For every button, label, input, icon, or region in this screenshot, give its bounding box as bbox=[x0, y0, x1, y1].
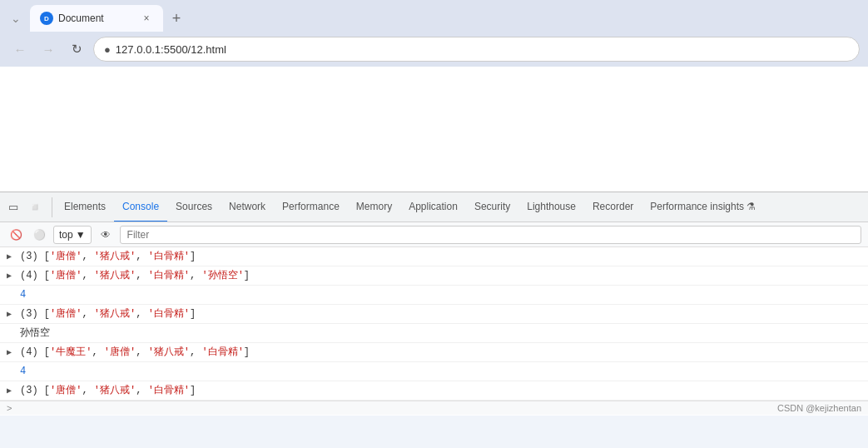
forward-button[interactable]: → bbox=[37, 37, 60, 61]
tab-performance[interactable]: Performance bbox=[274, 192, 348, 222]
back-button[interactable]: ← bbox=[8, 37, 32, 61]
devtools-tab-bar: ▭ ◽ Elements Console Sources Network Per… bbox=[0, 192, 868, 222]
tab-memory[interactable]: Memory bbox=[348, 192, 400, 222]
console-entry: (3) ['唐僧', '猪八戒', '白骨精'] bbox=[20, 383, 196, 398]
console-settings-button[interactable]: ⚪ bbox=[30, 226, 48, 244]
devtools-icon-group: ▭ ◽ bbox=[3, 197, 52, 217]
console-entry: (3) ['唐僧', '猪八戒', '白骨精'] bbox=[20, 306, 196, 321]
console-line: ▶ (3) ['唐僧', '猪八戒', '白骨精'] bbox=[0, 305, 868, 324]
console-entry: (4) ['唐僧', '猪八戒', '白骨精', '孙悟空'] bbox=[20, 268, 250, 283]
expand-arrow-icon[interactable]: ▶ bbox=[7, 250, 12, 265]
console-entry: (4) ['牛魔王', '唐僧', '猪八戒', '白骨精'] bbox=[20, 345, 250, 360]
console-attribution: CSDN @kejizhentan bbox=[777, 403, 861, 413]
expand-arrow-icon[interactable]: ▶ bbox=[7, 384, 12, 399]
tab-sources[interactable]: Sources bbox=[167, 192, 221, 222]
devtools-device-button[interactable]: ◽ bbox=[25, 197, 45, 217]
console-output: ▶ (3) ['唐僧', '猪八戒', '白骨精'] ▶ (4) ['唐僧', … bbox=[0, 247, 868, 416]
console-toolbar: 🚫 ⚪ top ▼ 👁 bbox=[0, 222, 868, 247]
tab-bar: ⌄ D Document × + bbox=[0, 0, 868, 32]
tab-performance-insights[interactable]: Performance insights ⚗ bbox=[642, 192, 764, 222]
url-bar[interactable]: ● 127.0.0.1:5500/12.html bbox=[93, 37, 860, 62]
console-filter-input[interactable] bbox=[120, 226, 861, 244]
tab-application[interactable]: Application bbox=[400, 192, 466, 222]
refresh-button[interactable]: ↻ bbox=[65, 37, 88, 61]
console-line: ▶ (3) ['唐僧', '猪八戒', '白骨精'] bbox=[0, 381, 868, 401]
console-context-selector[interactable]: top ▼ bbox=[53, 226, 92, 244]
address-bar: ← → ↻ ● 127.0.0.1:5500/12.html bbox=[0, 32, 868, 67]
console-entry: 4 bbox=[20, 364, 26, 379]
context-label: top bbox=[59, 229, 73, 241]
tab-console[interactable]: Console bbox=[114, 192, 167, 222]
console-line: ▶ (3) ['唐僧', '猪八戒', '白骨精'] bbox=[0, 247, 868, 266]
tab-lighthouse[interactable]: Lighthouse bbox=[518, 192, 584, 222]
console-line: ▶ (4) ['牛魔王', '唐僧', '猪八戒', '白骨精'] bbox=[0, 343, 868, 362]
browser-chrome: ⌄ D Document × + ← → ↻ ● 127.0.0.1:5500/… bbox=[0, 0, 868, 67]
url-lock-icon: ● bbox=[104, 43, 111, 56]
console-line: 4 bbox=[0, 286, 868, 305]
console-line: 孙悟空 bbox=[0, 324, 868, 343]
tab-elements[interactable]: Elements bbox=[56, 192, 114, 222]
console-footer: > CSDN @kejizhentan bbox=[0, 401, 868, 415]
tab-list-button[interactable]: ⌄ bbox=[7, 9, 25, 27]
expand-arrow-icon[interactable]: ▶ bbox=[7, 269, 12, 284]
devtools-panel: ▭ ◽ Elements Console Sources Network Per… bbox=[0, 192, 868, 415]
tab-title: Document bbox=[58, 12, 136, 24]
console-entry: 孙悟空 bbox=[20, 326, 50, 341]
console-line: 4 bbox=[0, 362, 868, 381]
console-prompt-icon: > bbox=[7, 403, 12, 413]
expand-arrow-icon[interactable]: ▶ bbox=[7, 346, 12, 361]
expand-arrow-icon[interactable]: ▶ bbox=[7, 307, 12, 322]
devtools-inspect-button[interactable]: ▭ bbox=[3, 197, 23, 217]
tab-security[interactable]: Security bbox=[466, 192, 518, 222]
console-entry: 4 bbox=[20, 287, 26, 302]
tab-recorder[interactable]: Recorder bbox=[584, 192, 642, 222]
browser-tab-active[interactable]: D Document × bbox=[30, 5, 163, 32]
console-entry: (3) ['唐僧', '猪八戒', '白骨精'] bbox=[20, 249, 196, 264]
tab-network[interactable]: Network bbox=[221, 192, 274, 222]
url-text: 127.0.0.1:5500/12.html bbox=[116, 43, 226, 56]
console-line: ▶ (4) ['唐僧', '猪八戒', '白骨精', '孙悟空'] bbox=[0, 266, 868, 286]
tab-favicon: D bbox=[40, 12, 53, 25]
tab-navigation: ⌄ bbox=[7, 9, 25, 27]
console-clear-button[interactable]: 🚫 bbox=[7, 226, 25, 244]
page-content bbox=[0, 67, 868, 192]
tab-close-button[interactable]: × bbox=[140, 12, 153, 25]
console-eye-button[interactable]: 👁 bbox=[97, 226, 115, 244]
chevron-down-icon: ▼ bbox=[76, 229, 86, 241]
new-tab-button[interactable]: + bbox=[165, 7, 188, 30]
